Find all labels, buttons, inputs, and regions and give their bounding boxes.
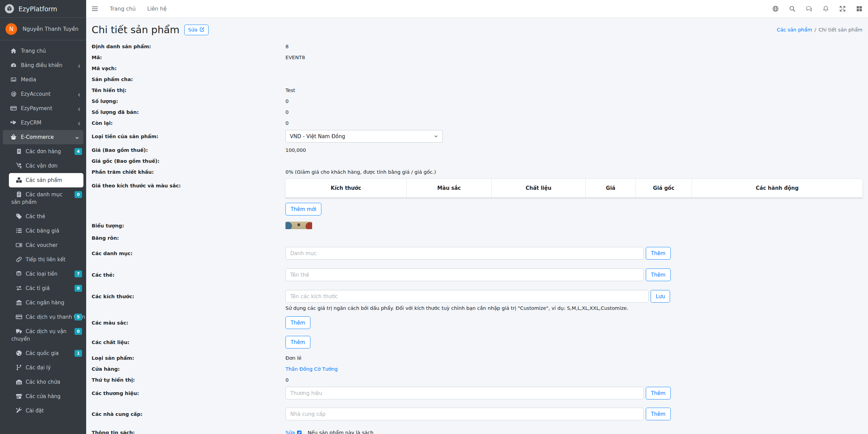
image-icon bbox=[10, 76, 17, 83]
column-header-actions: Các hành động bbox=[692, 179, 863, 198]
tools-icon bbox=[16, 407, 22, 414]
sidebar-item-payment-services[interactable]: Các dịch vụ thanh toán5 bbox=[0, 310, 86, 324]
sidebar-item-price-lists[interactable]: Các bảng giá bbox=[0, 224, 86, 238]
column-header-size: Kích thước bbox=[285, 179, 406, 198]
table-header-row: Kích thước Màu sắc Chất liệu Giá Giá gốc… bbox=[285, 179, 863, 198]
edit-product-button[interactable]: Sửa bbox=[184, 25, 209, 35]
brand[interactable]: EzyPlatform bbox=[0, 0, 86, 18]
add-new-price-button[interactable]: Thêm mới bbox=[285, 203, 321, 215]
sidebar-item-tags[interactable]: Các thẻ bbox=[0, 209, 86, 224]
product-icon-image[interactable] bbox=[285, 222, 312, 229]
sidebar-item-products[interactable]: Các sản phẩm bbox=[9, 173, 83, 187]
sidebar-item-ezyaccount[interactable]: @EzyAccount bbox=[0, 87, 86, 101]
sidebar-menu: Trang chủ Bảng điều khiển Media @EzyAcco… bbox=[0, 40, 86, 418]
sizes-input[interactable] bbox=[285, 290, 649, 303]
category-input[interactable] bbox=[285, 247, 644, 260]
sidebar: EzyPlatform N Nguyễn Thanh Tuyền Trang c… bbox=[0, 0, 86, 434]
sidebar-item-banks[interactable]: Các ngân hàng bbox=[0, 295, 86, 310]
column-header-original-price: Giá gốc bbox=[636, 179, 692, 198]
field-row-brands: Các thương hiệu: Thêm bbox=[92, 387, 863, 399]
user-name: Nguyễn Thanh Tuyền bbox=[23, 26, 79, 32]
add-material-button[interactable]: Thêm bbox=[285, 336, 310, 348]
sidebar-item-dashboard[interactable]: Bảng điều khiển bbox=[0, 58, 86, 73]
breadcrumb-link-products[interactable]: Các sản phẩm bbox=[777, 27, 812, 32]
brand-logo-icon bbox=[4, 4, 14, 14]
field-row-shop: Cửa hàng:Thần Đồng Cờ Tướng bbox=[92, 365, 863, 373]
field-row: Còn lại:0 bbox=[92, 119, 863, 127]
search-icon[interactable] bbox=[789, 5, 796, 12]
currency-select[interactable]: VND - Việt Nam Đồng bbox=[285, 130, 443, 143]
chevron-left-icon bbox=[77, 120, 81, 125]
avatar: N bbox=[5, 23, 17, 35]
sidebar-item-currencies[interactable]: Các loại tiền7 bbox=[0, 267, 86, 281]
shop-link[interactable]: Thần Đồng Cờ Tướng bbox=[285, 366, 338, 372]
clipboard-list-icon bbox=[16, 191, 22, 198]
edit-icon bbox=[200, 27, 205, 33]
add-tag-button[interactable]: Thêm bbox=[646, 268, 671, 281]
topnav: Trang chủ Liên hệ bbox=[86, 0, 868, 18]
display-order-value: 0 bbox=[285, 376, 863, 384]
sidebar-item-warehouses[interactable]: Các kho chứa bbox=[0, 375, 86, 389]
topnav-link-contact[interactable]: Liên hệ bbox=[147, 6, 167, 12]
breadcrumb-current: Chi tiết sản phẩm bbox=[818, 27, 863, 32]
badge: 5 bbox=[75, 314, 82, 320]
brand-name: EzyPlatform bbox=[18, 5, 57, 13]
topnav-link-home[interactable]: Trang chủ bbox=[110, 6, 136, 12]
globe-icon bbox=[16, 350, 22, 356]
store-icon bbox=[16, 393, 22, 399]
notifications-bell-icon[interactable] bbox=[823, 5, 829, 12]
field-row: Mã:EVENT8 bbox=[92, 53, 863, 62]
sidebar-item-shipments[interactable]: Các vận đơn bbox=[0, 159, 86, 173]
sidebar-item-agencies[interactable]: Các đại lý bbox=[0, 360, 86, 375]
discount-value: 0% (Giảm giá cho khách hàng, được tính b… bbox=[285, 168, 863, 176]
sizes-help-text: Sử dụng các giá trị ngăn cách bởi dấu ph… bbox=[285, 305, 863, 312]
remaining-value: 0 bbox=[285, 119, 863, 127]
sidebar-item-settings[interactable]: Cài đặt bbox=[0, 404, 86, 418]
product-id-value: 8 bbox=[285, 42, 863, 51]
save-sizes-button[interactable]: Lưu bbox=[651, 290, 670, 303]
barcode-value bbox=[285, 64, 863, 73]
add-brand-button[interactable]: Thêm bbox=[646, 387, 671, 399]
language-globe-icon[interactable] bbox=[772, 5, 779, 12]
sidebar-item-product-categories[interactable]: Các danh mục sản phẩm0 bbox=[0, 187, 86, 209]
add-supplier-button[interactable]: Thêm bbox=[646, 408, 671, 420]
supplier-input[interactable] bbox=[285, 408, 644, 420]
badge: 1 bbox=[75, 350, 82, 357]
sidebar-item-ezycrm[interactable]: EzyCRM bbox=[0, 116, 86, 130]
brand-input[interactable] bbox=[285, 387, 644, 399]
product-type-value: Đơn lẻ bbox=[285, 354, 863, 362]
sidebar-item-orders[interactable]: Các đơn hàng4 bbox=[0, 144, 86, 159]
user-panel[interactable]: N Nguyễn Thanh Tuyền bbox=[0, 18, 86, 40]
add-category-button[interactable]: Thêm bbox=[646, 247, 671, 260]
boxes-icon bbox=[16, 177, 22, 183]
field-row-icon: Biểu tượng: bbox=[92, 222, 863, 230]
link-icon bbox=[16, 256, 22, 263]
fullscreen-icon[interactable] bbox=[839, 5, 846, 12]
chevron-down-icon bbox=[75, 135, 79, 139]
sidebar-item-affiliate[interactable]: Tiếp thị liên kết bbox=[0, 252, 86, 267]
sidebar-toggle-button[interactable] bbox=[92, 5, 98, 12]
at-icon: @ bbox=[10, 91, 17, 97]
exchange-icon bbox=[16, 285, 22, 291]
tag-input[interactable] bbox=[285, 268, 644, 281]
sidebar-item-shipping-services[interactable]: Các dịch vụ vận chuyển0 bbox=[0, 324, 86, 346]
warehouse-icon bbox=[16, 379, 22, 385]
apps-grid-icon[interactable] bbox=[856, 5, 863, 12]
badge: 7 bbox=[75, 271, 82, 277]
breadcrumb: Các sản phẩm/Chi tiết sản phẩm bbox=[777, 27, 863, 32]
quantity-value: 0 bbox=[285, 97, 863, 105]
sidebar-item-ecommerce[interactable]: E-Commerce bbox=[3, 130, 83, 144]
sidebar-item-stores[interactable]: Các cửa hàng bbox=[0, 389, 86, 404]
field-row: Mã vạch: bbox=[92, 64, 863, 73]
sidebar-item-home[interactable]: Trang chủ bbox=[0, 44, 86, 58]
column-header-material: Chất liệu bbox=[492, 179, 586, 198]
sidebar-item-countries[interactable]: Các quốc gia1 bbox=[0, 346, 86, 360]
sidebar-item-vouchers[interactable]: Các voucher bbox=[0, 238, 86, 252]
edit-book-info-link[interactable]: Sửa bbox=[285, 429, 295, 434]
sidebar-item-media[interactable]: Media bbox=[0, 73, 86, 87]
content-header: Chi tiết sản phẩm Sửa Các sản phẩm/Chi t… bbox=[92, 18, 863, 42]
sidebar-item-exchange-rates[interactable]: Các tỉ giá0 bbox=[0, 281, 86, 295]
sidebar-item-ezypayment[interactable]: EzyPayment bbox=[0, 101, 86, 116]
messages-icon[interactable] bbox=[806, 5, 812, 12]
add-color-button[interactable]: Thêm bbox=[285, 316, 310, 329]
